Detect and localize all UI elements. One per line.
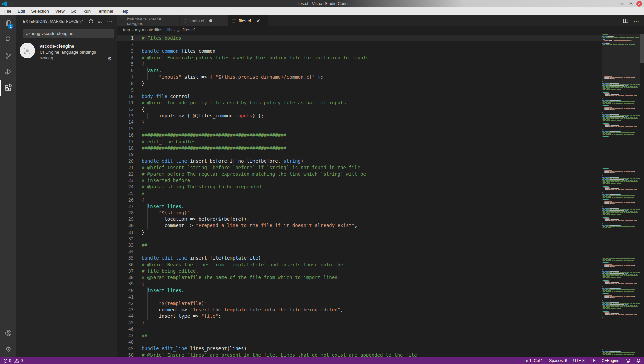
code-line[interactable]: 41 bbox=[117, 294, 602, 300]
code-line[interactable]: 28 "$(string)" bbox=[117, 210, 602, 216]
line-number[interactable]: 50 bbox=[117, 352, 134, 357]
code-line[interactable]: 19 bbox=[117, 151, 602, 158]
line-number[interactable]: 48 bbox=[117, 339, 134, 345]
menu-go[interactable]: Go bbox=[68, 7, 79, 15]
account-icon[interactable] bbox=[0, 325, 16, 341]
line-number[interactable]: 34 bbox=[117, 248, 134, 255]
line-number[interactable]: 43 bbox=[117, 307, 134, 313]
line-number[interactable]: 22 bbox=[117, 171, 134, 177]
editor-more-actions-icon[interactable]: ··· bbox=[634, 18, 639, 24]
minimap-slider[interactable] bbox=[602, 34, 640, 87]
code-line[interactable]: 44 insert_type => "file"; bbox=[117, 313, 602, 320]
feedback-smiley-icon[interactable] bbox=[625, 358, 630, 363]
code-content[interactable]: 1# Files bodies23bundle common files_com… bbox=[117, 35, 602, 357]
code-line[interactable]: 34 bbox=[117, 248, 602, 255]
maximize-button[interactable] bbox=[628, 1, 633, 6]
extensions-search-input[interactable] bbox=[23, 31, 113, 36]
line-number[interactable]: 40 bbox=[117, 287, 134, 294]
line-number[interactable]: 44 bbox=[117, 313, 134, 320]
eol-sequence[interactable]: LF bbox=[591, 358, 596, 363]
line-number[interactable]: 47 bbox=[117, 333, 134, 339]
code-line[interactable]: 10body file control bbox=[117, 93, 602, 100]
breadcrumb-item[interactable]: my-masterfiles bbox=[135, 28, 162, 32]
close-tab-icon[interactable] bbox=[256, 19, 260, 23]
code-line[interactable]: 14} bbox=[117, 119, 602, 125]
extension-list-item[interactable]: vscode-cfengine CFEngine language bindin… bbox=[16, 38, 117, 65]
line-number[interactable]: 6 bbox=[117, 67, 134, 74]
code-line[interactable]: 47## bbox=[117, 333, 602, 339]
line-number[interactable]: 8 bbox=[117, 80, 134, 87]
line-number[interactable]: 27 bbox=[117, 203, 134, 210]
code-line[interactable]: 38# @param templatefile The name of the … bbox=[117, 274, 602, 281]
code-line[interactable]: 27 insert_lines: bbox=[117, 203, 602, 210]
code-line[interactable]: 30 comment => "Prepend a line to the fil… bbox=[117, 222, 602, 229]
line-number[interactable]: 45 bbox=[117, 320, 134, 326]
line-number[interactable]: 32 bbox=[117, 236, 134, 242]
more-actions-icon[interactable]: ··· bbox=[107, 19, 113, 24]
code-line[interactable]: 40 insert_lines: bbox=[117, 287, 602, 294]
line-number[interactable]: 5 bbox=[117, 61, 134, 67]
code-line[interactable]: 36# @brief Reads the lines from `templat… bbox=[117, 262, 602, 268]
line-number[interactable]: 41 bbox=[117, 294, 134, 300]
explorer-icon[interactable]: 1 bbox=[0, 15, 16, 31]
code-line[interactable]: 5{ bbox=[117, 61, 602, 67]
breadcrumb-item[interactable]: files.cf bbox=[183, 28, 195, 32]
extensions-icon[interactable] bbox=[0, 80, 16, 96]
tab-extension-vscode-cfengine[interactable]: Extension: vscode-cfengine bbox=[117, 15, 180, 26]
tab-files-cf[interactable]: files.cf bbox=[228, 15, 269, 26]
line-number[interactable]: 3 bbox=[117, 48, 134, 54]
extensions-search-box[interactable] bbox=[23, 29, 114, 38]
line-number[interactable]: 19 bbox=[117, 151, 134, 158]
code-line[interactable]: 25# bbox=[117, 190, 602, 197]
code-line[interactable]: 29 location => before($(before)), bbox=[117, 216, 602, 222]
line-number[interactable]: 36 bbox=[117, 262, 134, 268]
line-number[interactable]: 15 bbox=[117, 126, 134, 132]
line-number[interactable]: 28 bbox=[117, 210, 134, 216]
clear-extensions-icon[interactable] bbox=[98, 19, 103, 24]
line-number[interactable]: 14 bbox=[117, 119, 134, 125]
code-line[interactable]: 20bundle edit_line insert_before_if_no_l… bbox=[117, 158, 602, 164]
cursor-position[interactable]: Ln 1, Col 1 bbox=[523, 358, 543, 363]
menu-terminal[interactable]: Terminal bbox=[94, 7, 116, 15]
line-number[interactable]: 9 bbox=[117, 87, 134, 93]
line-number[interactable]: 20 bbox=[117, 158, 134, 164]
code-line[interactable]: 48 bbox=[117, 339, 602, 345]
filter-icon[interactable] bbox=[79, 19, 84, 24]
line-number[interactable]: 13 bbox=[117, 113, 134, 119]
line-number[interactable]: 49 bbox=[117, 345, 134, 352]
split-editor-icon[interactable] bbox=[623, 18, 628, 23]
line-number[interactable]: 35 bbox=[117, 255, 134, 261]
tab-main-cf[interactable]: main.cf bbox=[180, 15, 228, 26]
line-number[interactable]: 16 bbox=[117, 132, 134, 139]
line-number[interactable]: 25 bbox=[117, 190, 134, 197]
minimap[interactable] bbox=[602, 34, 640, 357]
line-number[interactable]: 11 bbox=[117, 100, 134, 106]
menu-help[interactable]: Help bbox=[116, 7, 131, 15]
refresh-icon[interactable] bbox=[88, 19, 94, 24]
code-line[interactable]: 16######################################… bbox=[117, 132, 602, 139]
vertical-scrollbar[interactable] bbox=[640, 34, 644, 357]
code-line[interactable]: 24# @param string The string to be prepe… bbox=[117, 184, 602, 190]
code-line[interactable]: 32 bbox=[117, 236, 602, 242]
line-number[interactable]: 26 bbox=[117, 197, 134, 203]
line-number[interactable]: 12 bbox=[117, 106, 134, 113]
code-line[interactable]: 6 vars: bbox=[117, 67, 602, 74]
line-number[interactable]: 46 bbox=[117, 326, 134, 332]
code-line[interactable]: 17# edit_line bundles bbox=[117, 139, 602, 145]
indentation[interactable]: Spaces: 6 bbox=[549, 358, 567, 363]
menu-file[interactable]: File bbox=[1, 7, 14, 15]
close-button[interactable]: ✕ bbox=[636, 1, 642, 7]
line-number[interactable]: 7 bbox=[117, 74, 134, 80]
code-line[interactable]: 18######################################… bbox=[117, 145, 602, 151]
line-number[interactable]: 4 bbox=[117, 55, 134, 61]
code-line[interactable]: 12{ bbox=[117, 106, 602, 113]
run-and-debug-icon[interactable] bbox=[0, 64, 16, 80]
code-line[interactable]: 8} bbox=[117, 80, 602, 87]
line-number[interactable]: 21 bbox=[117, 164, 134, 171]
search-icon[interactable] bbox=[0, 31, 16, 48]
line-number[interactable]: 42 bbox=[117, 300, 134, 307]
line-number[interactable]: 38 bbox=[117, 274, 134, 281]
line-number[interactable]: 39 bbox=[117, 281, 134, 287]
scrollbar-thumb[interactable] bbox=[640, 34, 644, 63]
source-control-icon[interactable] bbox=[0, 48, 16, 64]
